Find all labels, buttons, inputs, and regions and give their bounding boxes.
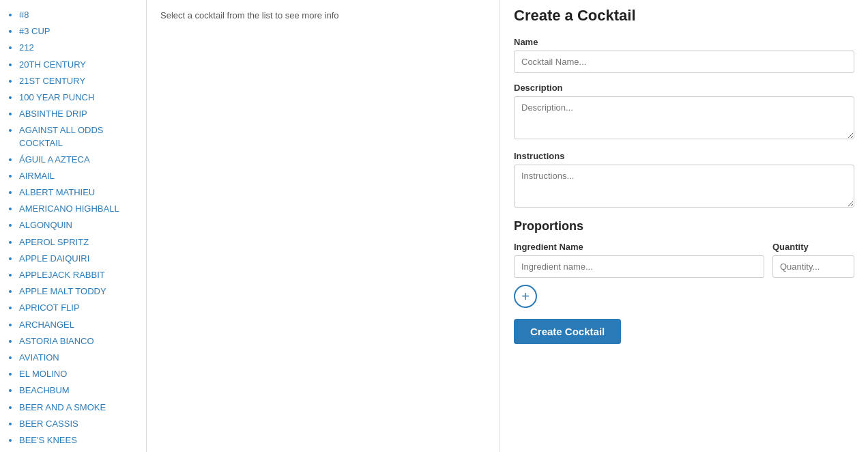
list-item[interactable]: APPLE DAIQUIRI <box>19 251 139 267</box>
list-item[interactable]: ÁGUIL A AZTECA <box>19 152 139 168</box>
list-item[interactable]: BEER CASSIS <box>19 416 139 432</box>
quantity-label: Quantity <box>772 242 854 252</box>
list-item[interactable]: BEE'S KNEES <box>19 432 139 449</box>
create-panel: Create a Cocktail Name Description Instr… <box>500 0 868 452</box>
list-item[interactable]: EL MOLINO <box>19 366 139 382</box>
list-item[interactable]: AIRMAIL <box>19 168 139 184</box>
proportions-title: Proportions <box>514 219 854 234</box>
list-item[interactable]: AMERICANO HIGHBALL <box>19 201 139 217</box>
list-item[interactable]: APPLEJACK RABBIT <box>19 267 139 283</box>
list-item[interactable]: AVIATION <box>19 350 139 366</box>
ingredient-col: Ingredient Name <box>514 242 764 278</box>
list-item[interactable]: APRICOT FLIP <box>19 300 139 316</box>
list-item[interactable]: ABSINTHE DRIP <box>19 106 139 122</box>
list-item[interactable]: #8 <box>19 7 139 23</box>
add-proportion-button[interactable]: + <box>514 285 537 308</box>
name-field-group: Name <box>514 37 854 73</box>
ingredient-input[interactable] <box>514 255 764 278</box>
list-item[interactable]: ALGONQUIN <box>19 217 139 234</box>
name-label: Name <box>514 37 854 47</box>
create-cocktail-button[interactable]: Create Cocktail <box>514 319 621 344</box>
list-item[interactable]: BEE'S SIP <box>19 449 139 452</box>
list-item[interactable]: 100 YEAR PUNCH <box>19 89 139 106</box>
ingredient-label: Ingredient Name <box>514 242 764 252</box>
name-input[interactable] <box>514 51 854 73</box>
list-item[interactable]: APPLE MALT TODDY <box>19 283 139 300</box>
instructions-input[interactable] <box>514 165 854 208</box>
list-item[interactable]: ARCHANGEL <box>19 317 139 333</box>
list-item[interactable]: ALBERT MATHIEU <box>19 184 139 201</box>
list-item[interactable]: BEER AND A SMOKE <box>19 399 139 416</box>
description-field-group: Description <box>514 83 854 141</box>
list-item[interactable]: APEROL SPRITZ <box>19 234 139 251</box>
list-item[interactable]: #3 CUP <box>19 23 139 40</box>
list-item[interactable]: AGAINST ALL ODDS COCKTAIL <box>19 122 139 151</box>
instructions-field-group: Instructions <box>514 151 854 210</box>
list-item[interactable]: BEACHBUM <box>19 382 139 399</box>
list-item[interactable]: 21ST CENTURY <box>19 73 139 89</box>
description-label: Description <box>514 83 854 93</box>
info-panel: Select a cocktail from the list to see m… <box>147 0 500 452</box>
list-item[interactable]: 20TH CENTURY <box>19 57 139 73</box>
quantity-col: Quantity <box>772 242 854 278</box>
create-cocktail-title: Create a Cocktail <box>514 7 854 25</box>
cocktail-list-sidebar[interactable]: #8#3 CUP21220TH CENTURY21ST CENTURY100 Y… <box>0 0 147 452</box>
quantity-input[interactable] <box>772 255 854 278</box>
cocktail-list: #8#3 CUP21220TH CENTURY21ST CENTURY100 Y… <box>0 7 146 452</box>
list-item[interactable]: 212 <box>19 40 139 56</box>
proportions-row: Ingredient Name Quantity <box>514 242 854 278</box>
instructions-label: Instructions <box>514 151 854 161</box>
select-message: Select a cocktail from the list to see m… <box>160 10 486 20</box>
main-content: Select a cocktail from the list to see m… <box>147 0 868 452</box>
list-item[interactable]: ASTORIA BIANCO <box>19 333 139 350</box>
description-input[interactable] <box>514 96 854 139</box>
